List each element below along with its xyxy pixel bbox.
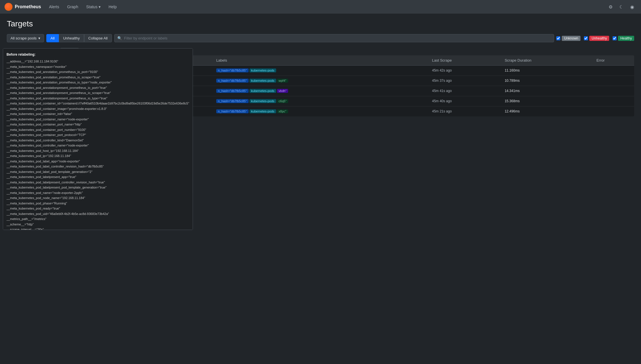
label-tag[interactable]: wpf4" xyxy=(277,79,288,83)
label-tag[interactable]: kubernetes-pods xyxy=(249,68,276,72)
nav-icons: ⚙ ☾ ◉ xyxy=(606,3,636,11)
legend-unhealthy-label: Unhealthy xyxy=(589,36,609,41)
tooltip-line: __meta_kubernetes_pod_controller_name="n… xyxy=(7,143,189,148)
error-cell xyxy=(593,106,634,117)
tooltip-line: __meta_kubernetes_pod_node_name="192.168… xyxy=(7,195,189,201)
label-tag[interactable]: kubernetes-pods xyxy=(249,89,276,93)
tooltip-line: __meta_kubernetes_pod_container_port_nam… xyxy=(7,122,189,127)
scrape-duration-cell: 10.789ms xyxy=(501,76,593,86)
tooltip-line: __meta_kubernetes_pod_container_init="fa… xyxy=(7,111,189,117)
label-tag[interactable]: c6q5" xyxy=(277,99,288,103)
legend-unhealthy-check[interactable] xyxy=(584,36,588,40)
label-tag[interactable]: vbdh" xyxy=(277,89,288,93)
label-tag[interactable]: x8pc" xyxy=(277,109,288,113)
tooltip-lines: __address__="192.168.11.184:9100"__meta_… xyxy=(7,59,189,230)
tooltip-line: __meta_kubernetes_pod_annotation_prometh… xyxy=(7,69,189,75)
filter-all-button[interactable]: All xyxy=(46,34,59,42)
tooltip-line: __meta_kubernetes_pod_name="node-exporte… xyxy=(7,190,189,196)
label-tag[interactable]: kubernetes-pods xyxy=(249,109,276,113)
scrape-pool-dropdown[interactable]: All scrape pools ▾ xyxy=(7,34,44,42)
nav-graph[interactable]: Graph xyxy=(64,3,82,11)
tooltip-line: __meta_kubernetes_pod_phase="Running" xyxy=(7,201,189,206)
legend-healthy[interactable]: Healthy xyxy=(613,36,634,41)
settings-icon[interactable]: ⚙ xyxy=(606,3,615,11)
label-tag[interactable]: n_hash="db7fb5c85" xyxy=(216,68,249,72)
legend-unknown[interactable]: Unknown xyxy=(556,36,580,41)
user-icon[interactable]: ◉ xyxy=(628,3,636,11)
last-scrape-cell: 45m 37s ago xyxy=(428,76,501,86)
tooltip-line: __meta_kubernetes_pod_ready="true" xyxy=(7,206,189,211)
tooltip-line: __scheme__="http" xyxy=(7,222,189,227)
scrape-duration-cell: 12.496ms xyxy=(501,106,593,117)
nav-status[interactable]: Status ▾ xyxy=(83,3,104,11)
last-scrape-cell: 45m 21s ago xyxy=(428,106,501,117)
last-scrape-cell: 45m 40s ago xyxy=(428,96,501,106)
col-last-scrape: Last Scrape xyxy=(428,55,501,66)
scrape-duration-cell: 11.160ms xyxy=(501,66,593,76)
toolbar: All scrape pools ▾ All Unhealthy Collaps… xyxy=(7,34,634,42)
scrape-duration-cell: 14.341ms xyxy=(501,86,593,96)
filter-unhealthy-button[interactable]: Unhealthy xyxy=(59,34,84,42)
labels-cell: n_hash="db7fb5c85"kubernetes-podsx8pc" xyxy=(213,106,429,117)
brand-name: Prometheus xyxy=(15,4,41,9)
filter-button-group: All Unhealthy Collapse All xyxy=(46,34,112,42)
error-cell xyxy=(593,76,634,86)
legend-unknown-check[interactable] xyxy=(556,36,560,40)
tooltip-line: __scrape_interval__="30s" xyxy=(7,227,189,230)
legend-healthy-check[interactable] xyxy=(613,36,617,40)
tooltip-line: __meta_kubernetes_pod_annotation_prometh… xyxy=(7,75,189,80)
col-labels: Labels xyxy=(213,55,429,66)
tooltip-line: __meta_kubernetes_pod_label_app="node-ex… xyxy=(7,159,189,164)
tooltip-line: __address__="192.168.11.184:9100" xyxy=(7,59,189,64)
search-input[interactable] xyxy=(124,34,551,42)
brand: Prometheus xyxy=(5,3,41,11)
tooltip-line: __meta_kubernetes_pod_annotationpresent_… xyxy=(7,85,189,91)
tooltip-line: __meta_kubernetes_pod_labelpresent_contr… xyxy=(7,180,189,185)
scrape-duration-cell: 15.368ms xyxy=(501,96,593,106)
tooltip-line: __meta_kubernetes_pod_container_port_num… xyxy=(7,127,189,133)
last-scrape-cell: 45m 41s ago xyxy=(428,86,501,96)
labels-cell: n_hash="db7fb5c85"kubernetes-podsvbdh" xyxy=(213,86,429,96)
label-tag[interactable]: kubernetes-pods xyxy=(249,99,276,103)
tooltip-line: __meta_kubernetes_pod_container_image="p… xyxy=(7,106,189,112)
navbar: Prometheus Alerts Graph Status ▾ Help ⚙ … xyxy=(0,0,641,14)
caret-icon: ▾ xyxy=(38,36,40,40)
label-tag[interactable]: kubernetes-pods xyxy=(249,79,276,83)
tooltip-line: __meta_kubernetes_pod_label_controller_r… xyxy=(7,164,189,169)
tooltip-line: __meta_kubernetes_pod_labelpresent_pod_t… xyxy=(7,185,189,190)
page-title: Targets xyxy=(7,19,634,28)
search-icon: 🔍 xyxy=(117,36,122,40)
tooltip-line: __meta_kubernetes_pod_container_name="no… xyxy=(7,117,189,122)
tooltip-overlay: Before relabeling: __address__="192.168.… xyxy=(3,48,193,230)
theme-icon[interactable]: ☾ xyxy=(617,3,626,11)
col-error: Error xyxy=(593,55,634,66)
label-tag[interactable]: n_hash="db7fb5c85" xyxy=(216,99,249,103)
tooltip-line: __meta_kubernetes_pod_host_ip="192.168.1… xyxy=(7,148,189,154)
search-wrap: 🔍 xyxy=(114,34,554,42)
label-tag[interactable]: n_hash="db7fb5c85" xyxy=(216,79,249,83)
label-tag[interactable]: n_hash="db7fb5c85" xyxy=(216,109,249,113)
label-tag[interactable]: n_hash="db7fb5c85" xyxy=(216,89,249,93)
legend-wrap: Unknown Unhealthy Healthy xyxy=(556,36,634,41)
error-cell xyxy=(593,86,634,96)
nav-alerts[interactable]: Alerts xyxy=(45,3,63,11)
labels-cell: n_hash="db7fb5c85"kubernetes-podsc6q5" xyxy=(213,96,429,106)
labels-cell: n_hash="db7fb5c85"kubernetes-podswpf4" xyxy=(213,76,429,86)
tooltip-line: __meta_kubernetes_pod_container_id="cont… xyxy=(7,101,189,106)
tooltip-title: Before relabeling: xyxy=(7,52,189,57)
tooltip-line: __metrics_path__="/metrics" xyxy=(7,216,189,222)
labels-cell: n_hash="db7fb5c85"kubernetes-pods xyxy=(213,66,429,76)
legend-unhealthy[interactable]: Unhealthy xyxy=(584,36,609,41)
brand-icon xyxy=(5,3,13,11)
tooltip-line: __meta_kubernetes_pod_annotation_prometh… xyxy=(7,80,189,85)
legend-healthy-label: Healthy xyxy=(618,36,634,41)
legend-unknown-label: Unknown xyxy=(562,36,580,41)
tooltip-line: __meta_kubernetes_pod_uid="46a0eb0f-4b2f… xyxy=(7,211,189,217)
error-cell xyxy=(593,96,634,106)
nav-links: Alerts Graph Status ▾ Help xyxy=(45,3,120,11)
filter-collapse-button[interactable]: Collapse All xyxy=(84,34,112,42)
nav-help[interactable]: Help xyxy=(105,3,120,11)
tooltip-line: __meta_kubernetes_pod_annotationpresent_… xyxy=(7,90,189,96)
tooltip-line: __meta_kubernetes_namespace="monitor" xyxy=(7,64,189,70)
tooltip-line: __meta_kubernetes_pod_controller_kind="D… xyxy=(7,138,189,143)
